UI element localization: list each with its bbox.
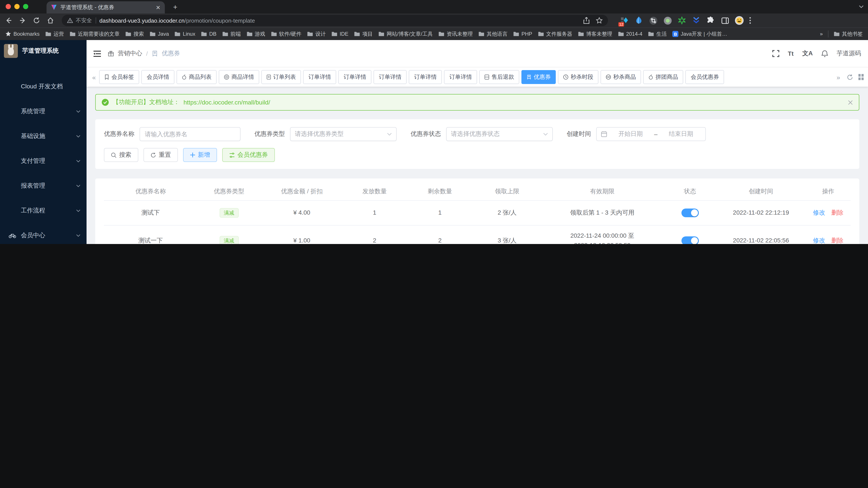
extension-command-icon[interactable] (649, 16, 657, 25)
window-zoom-button[interactable] (23, 4, 28, 9)
delete-link[interactable]: 删除 (831, 237, 843, 244)
sidebar-fold-icon[interactable] (93, 50, 101, 57)
fullscreen-icon[interactable] (772, 50, 779, 57)
page-tab[interactable]: 会员优惠券 (686, 70, 724, 84)
font-size-icon[interactable]: Tt (788, 50, 794, 57)
bookmark-folder[interactable]: 博客未整理 (578, 30, 612, 38)
window-close-button[interactable] (6, 4, 11, 9)
sidebar-item-cloud-docs[interactable]: Cloud 开发文档 (0, 74, 87, 99)
reset-button[interactable]: 重置 (144, 148, 178, 162)
bookmark-folder[interactable]: 项目 (354, 30, 373, 38)
bookmark-folder[interactable]: 生活 (648, 30, 666, 38)
sidebar-item-workflow[interactable]: 工作流程 (0, 198, 87, 223)
page-tab[interactable]: 订单详情 (444, 70, 477, 84)
page-tab[interactable]: 订单详情 (374, 70, 407, 84)
breadcrumb-parent[interactable]: 营销中心 (118, 50, 142, 57)
edit-link[interactable]: 修改 (813, 209, 825, 216)
bookmark-link-java[interactable]: BJava开发 | 小组首… (672, 30, 727, 38)
date-range-picker[interactable]: 开始日期 – 结束日期 (596, 127, 706, 141)
extension-kite-icon[interactable] (634, 16, 643, 25)
tags-refresh-icon[interactable] (847, 74, 853, 80)
page-tab[interactable]: 秒杀时段 (558, 70, 598, 84)
extension-double-chevron-icon[interactable] (692, 16, 701, 25)
extension-adblock-icon[interactable]: 12 (620, 16, 629, 25)
sidebar-item-system[interactable]: 系统管理 (0, 99, 87, 124)
bookmarks-root[interactable]: Bookmarks (5, 31, 39, 37)
tab-close-icon[interactable]: ✕ (156, 5, 160, 10)
bookmark-folder[interactable]: 资讯未整理 (438, 30, 473, 38)
side-panel-icon[interactable] (720, 16, 729, 25)
status-toggle[interactable] (681, 237, 699, 244)
browser-tab[interactable]: 芋道管理系统 - 优惠券 ✕ (46, 1, 165, 13)
page-tab[interactable]: 商品详情 (219, 70, 259, 84)
app-logo[interactable]: 芋道管理系统 (0, 40, 87, 62)
tabs-scroll-left[interactable]: « (91, 74, 97, 81)
sidebar-item-member[interactable]: 会员中心 (0, 223, 87, 244)
add-button[interactable]: 新增 (183, 148, 217, 162)
tabs-scroll-right[interactable]: » (835, 74, 841, 81)
username[interactable]: 芋道源码 (837, 50, 861, 57)
page-tab[interactable]: 会员标签 (99, 70, 140, 84)
edit-link[interactable]: 修改 (813, 237, 825, 244)
language-icon[interactable]: 文A (802, 50, 813, 57)
page-tab[interactable]: 订单详情 (339, 70, 372, 84)
page-tab[interactable]: 订单详情 (303, 70, 336, 84)
profile-avatar[interactable] (735, 16, 744, 25)
page-tab-active[interactable]: 优惠券 (522, 70, 556, 84)
bookmark-folder[interactable]: 2014-4 (618, 31, 643, 37)
bookmark-folder[interactable]: 游戏 (247, 30, 265, 38)
alert-doc-link[interactable]: https://doc.iocoder.cn/mall/build/ (184, 99, 270, 106)
reload-icon[interactable] (33, 17, 40, 24)
bookmark-folder[interactable]: 前端 (222, 30, 241, 38)
sidebar-item-infra[interactable]: 基础设施 (0, 124, 87, 148)
extension-star-icon[interactable] (678, 16, 686, 25)
forward-icon[interactable] (19, 17, 26, 24)
bookmark-folder[interactable]: 搜索 (125, 30, 144, 38)
bookmark-folder[interactable]: PHP (513, 31, 532, 37)
bookmark-star-icon[interactable] (596, 17, 603, 24)
extension-recorder-icon[interactable] (663, 16, 672, 25)
page-tab[interactable]: 拼团商品 (643, 70, 683, 84)
delete-link[interactable]: 删除 (831, 209, 843, 216)
page-tab[interactable]: 会员详情 (142, 70, 175, 84)
bookmark-folder[interactable]: IDE (331, 31, 348, 37)
bookmark-folder[interactable]: DB (201, 31, 216, 37)
alert-close-icon[interactable] (848, 100, 853, 105)
coupon-type-select[interactable]: 请选择优惠券类型 (290, 127, 397, 141)
page-tab[interactable]: 订单详情 (409, 70, 442, 84)
bookmark-folder[interactable]: 软件/硬件 (271, 30, 302, 38)
search-button[interactable]: 搜索 (104, 148, 138, 162)
window-minimize-button[interactable] (14, 4, 20, 9)
share-icon[interactable] (583, 17, 590, 24)
new-tab-button[interactable]: + (170, 3, 180, 12)
bookmark-folder[interactable]: Java (150, 31, 169, 37)
sidebar-item-payment[interactable]: 支付管理 (0, 148, 87, 173)
back-icon[interactable] (5, 17, 12, 24)
bookmark-folder[interactable]: 文件服务器 (538, 30, 572, 38)
bookmark-folder[interactable]: 运营 (45, 30, 64, 38)
other-bookmarks[interactable]: 其他书签 (834, 30, 863, 38)
extensions-puzzle-icon[interactable] (706, 16, 715, 25)
sidebar-item-report[interactable]: 报表管理 (0, 173, 87, 198)
coupon-name-input[interactable] (140, 127, 241, 141)
bookmark-folder[interactable]: 其他语言 (478, 30, 507, 38)
page-tab[interactable]: 订单列表 (261, 70, 301, 84)
layout-columns-icon[interactable] (859, 74, 864, 80)
browser-menu-icon[interactable] (749, 17, 751, 24)
page-tab[interactable]: 售后退款 (479, 70, 520, 84)
bookmarks-overflow-chevron[interactable]: » (820, 31, 823, 37)
bookmark-folder[interactable]: 网站/博客/文章/工具 (378, 30, 433, 38)
page-tab[interactable]: 秒杀商品 (601, 70, 641, 84)
coupon-status-select[interactable]: 请选择优惠券状态 (446, 127, 553, 141)
address-bar[interactable]: 不安全 dashboard-vue3.yudao.iocoder.cn/prom… (62, 15, 608, 26)
security-chip[interactable]: 不安全 (67, 17, 92, 24)
status-toggle[interactable] (681, 208, 699, 217)
page-tab[interactable]: 商品列表 (177, 70, 217, 84)
member-coupon-button[interactable]: 会员优惠券 (222, 148, 275, 162)
bookmark-folder[interactable]: 近期需要读的文章 (69, 30, 120, 38)
tab-search-chevron-icon[interactable] (859, 5, 864, 8)
bell-icon[interactable] (822, 50, 828, 57)
bookmark-folder[interactable]: Linux (175, 31, 195, 37)
home-icon[interactable] (47, 17, 54, 24)
bookmark-folder[interactable]: 设计 (307, 30, 326, 38)
